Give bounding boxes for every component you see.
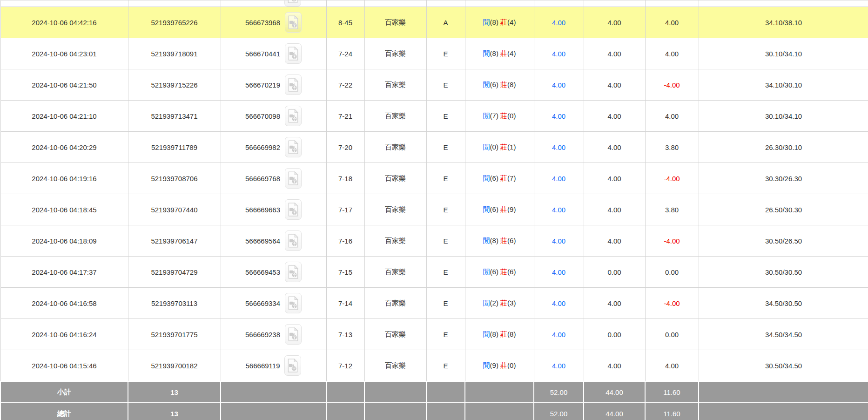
banker-label: 莊 bbox=[500, 330, 507, 338]
empty-cell bbox=[221, 403, 326, 420]
video-replay-button[interactable] bbox=[285, 230, 302, 251]
bet-record-row[interactable]: 2024-10-06 04:15:46521939700182566669119… bbox=[0, 350, 868, 382]
bet-record-row[interactable]: 2024-10-06 04:42:16521939765226566673968… bbox=[0, 7, 868, 38]
bet-records-table: 2024-10-06 04:42:16521939765226566673968… bbox=[0, 0, 868, 420]
empty-cell bbox=[699, 403, 868, 420]
game-name: 百家樂 bbox=[364, 319, 426, 350]
table-code: E bbox=[426, 225, 465, 257]
bet-record-row[interactable]: 2024-10-06 04:18:09521939706147566669564… bbox=[0, 225, 868, 257]
bet-amount[interactable]: 4.00 bbox=[534, 38, 584, 69]
bet-id: 521939700182 bbox=[128, 350, 221, 382]
bet-amount[interactable]: 4.00 bbox=[534, 350, 584, 382]
round-cell: 566669663 bbox=[221, 194, 326, 225]
bet-record-row[interactable]: 2024-10-06 04:21:10521939713471566670098… bbox=[0, 101, 868, 132]
banker-score: (8) bbox=[507, 330, 516, 338]
player-score: (0) bbox=[490, 143, 498, 151]
banker-score: (7) bbox=[507, 174, 516, 182]
round-id: 566669119 bbox=[246, 362, 280, 370]
bet-record-row[interactable]: 2024-10-06 04:18:45521939707440566669663… bbox=[0, 194, 868, 225]
video-replay-button[interactable] bbox=[285, 293, 302, 313]
empty-cell bbox=[326, 381, 364, 403]
video-file-icon bbox=[288, 171, 299, 185]
video-replay-button[interactable] bbox=[285, 106, 302, 126]
bet-amount[interactable]: 4.00 bbox=[534, 163, 584, 194]
game-result: 閒(9) 莊(0) bbox=[465, 350, 534, 382]
empty-cell bbox=[426, 381, 465, 403]
bet-amount[interactable]: 4.00 bbox=[534, 7, 584, 38]
game-result: 閒(2) 莊(3) bbox=[465, 288, 534, 319]
banker-score: (6) bbox=[507, 268, 516, 276]
video-replay-button[interactable] bbox=[285, 12, 302, 33]
bet-amount[interactable]: 4.00 bbox=[534, 319, 584, 350]
video-file-icon bbox=[288, 47, 299, 61]
video-replay-button[interactable] bbox=[285, 168, 302, 189]
banker-label: 莊 bbox=[500, 49, 507, 57]
player-label: 閒 bbox=[483, 49, 490, 57]
game-name: 百家樂 bbox=[364, 225, 426, 257]
player-label: 閒 bbox=[483, 112, 490, 120]
empty-cell bbox=[0, 0, 128, 7]
bet-record-row[interactable]: 2024-10-06 04:21:50521939715226566670219… bbox=[0, 69, 868, 101]
bet-amount[interactable]: 4.00 bbox=[534, 101, 584, 132]
table-code: E bbox=[426, 69, 465, 101]
bet-time: 2024-10-06 04:18:09 bbox=[0, 225, 128, 257]
bet-record-row[interactable]: 2024-10-06 04:19:16521939708706566669768… bbox=[0, 163, 868, 194]
bet-amount[interactable]: 4.00 bbox=[534, 288, 584, 319]
balance-range: 26.30/30.10 bbox=[699, 132, 868, 163]
video-file-icon bbox=[288, 265, 299, 279]
bet-record-row-partial[interactable] bbox=[0, 0, 868, 7]
win-loss: 4.00 bbox=[645, 101, 699, 132]
video-file-icon bbox=[288, 78, 299, 92]
video-replay-button[interactable] bbox=[285, 43, 302, 64]
round-cell: 566669982 bbox=[221, 132, 326, 163]
banker-score: (4) bbox=[507, 18, 516, 26]
bet-time: 2024-10-06 04:17:37 bbox=[0, 257, 128, 288]
empty-cell bbox=[584, 0, 645, 7]
balance-range: 34.10/30.10 bbox=[699, 69, 868, 101]
bet-record-row[interactable]: 2024-10-06 04:17:37521939704729566669453… bbox=[0, 257, 868, 288]
banker-label: 莊 bbox=[500, 361, 507, 369]
shoe-round: 7-20 bbox=[326, 132, 364, 163]
round-id: 566669564 bbox=[245, 237, 280, 245]
video-replay-button[interactable] bbox=[285, 324, 302, 345]
bet-amount[interactable]: 4.00 bbox=[534, 257, 584, 288]
video-file-icon bbox=[288, 234, 299, 248]
game-result: 閒(6) 莊(7) bbox=[465, 163, 534, 194]
bet-record-row[interactable]: 2024-10-06 04:16:58521939703113566669334… bbox=[0, 288, 868, 319]
bet-record-row[interactable]: 2024-10-06 04:16:24521939701775566669238… bbox=[0, 319, 868, 350]
table-code: A bbox=[426, 7, 465, 38]
banker-label: 莊 bbox=[500, 143, 507, 151]
bet-id: 521939718091 bbox=[128, 38, 221, 69]
summary-label: 總計 bbox=[0, 403, 128, 420]
valid-bet: 4.00 bbox=[584, 101, 645, 132]
balance-range: 30.50/26.50 bbox=[699, 225, 868, 257]
game-result: 閒(0) 莊(1) bbox=[465, 132, 534, 163]
valid-bet: 4.00 bbox=[584, 350, 645, 382]
empty-cell bbox=[364, 403, 426, 420]
banker-score: (8) bbox=[507, 81, 516, 88]
video-replay-button[interactable] bbox=[285, 262, 302, 282]
bet-amount[interactable]: 4.00 bbox=[534, 225, 584, 257]
bet-amount[interactable]: 4.00 bbox=[534, 194, 584, 225]
game-result: 閒(7) 莊(0) bbox=[465, 101, 534, 132]
video-replay-button[interactable] bbox=[284, 0, 301, 7]
round-cell: 566669334 bbox=[221, 288, 326, 319]
bet-record-row[interactable]: 2024-10-06 04:20:29521939711789566669982… bbox=[0, 132, 868, 163]
video-replay-button[interactable] bbox=[285, 199, 302, 220]
bet-amount[interactable]: 4.00 bbox=[534, 69, 584, 101]
empty-cell bbox=[645, 0, 699, 7]
bet-record-row[interactable]: 2024-10-06 04:23:01521939718091566670441… bbox=[0, 38, 868, 69]
bet-amount[interactable]: 4.00 bbox=[534, 132, 584, 163]
shoe-round: 7-16 bbox=[326, 225, 364, 257]
win-loss: 0.00 bbox=[645, 319, 699, 350]
round-id: 566669768 bbox=[245, 175, 280, 183]
player-label: 閒 bbox=[483, 18, 490, 26]
bet-id: 521939765226 bbox=[128, 7, 221, 38]
video-replay-button[interactable] bbox=[285, 137, 302, 157]
empty-cell bbox=[364, 0, 426, 7]
win-loss: 4.00 bbox=[645, 38, 699, 69]
video-replay-button[interactable] bbox=[284, 355, 301, 376]
video-replay-button[interactable] bbox=[285, 75, 302, 95]
bet-time: 2024-10-06 04:21:50 bbox=[0, 69, 128, 101]
banker-score: (0) bbox=[507, 361, 516, 369]
